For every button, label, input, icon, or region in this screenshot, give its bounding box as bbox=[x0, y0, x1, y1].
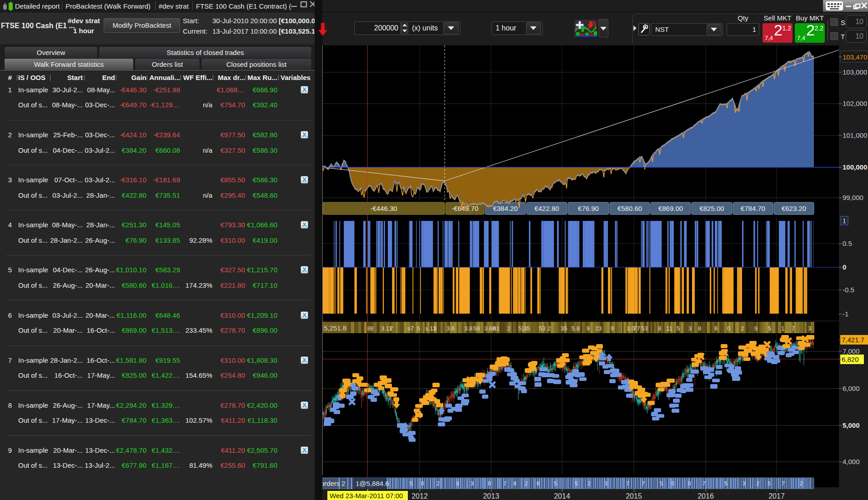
svg-text:0.5: 0.5 bbox=[843, 240, 852, 247]
svg-text:11: 11 bbox=[666, 325, 672, 332]
svg-text:€825.00: €825.00 bbox=[699, 205, 724, 212]
svg-text:61: 61 bbox=[493, 325, 499, 332]
svg-text:5: 5 bbox=[768, 480, 771, 487]
svg-text:7,000: 7,000 bbox=[843, 347, 860, 355]
svg-text:5: 5 bbox=[417, 325, 420, 332]
svg-text:6: 6 bbox=[537, 480, 540, 487]
svg-text:5: 5 bbox=[677, 325, 680, 332]
svg-text:3: 3 bbox=[688, 325, 692, 332]
svg-text:€384.20: €384.20 bbox=[493, 205, 517, 212]
svg-text:2: 2 bbox=[547, 325, 551, 332]
svg-text:4,000: 4,000 bbox=[843, 458, 860, 465]
svg-text:2015: 2015 bbox=[626, 492, 642, 500]
svg-text:7: 7 bbox=[390, 325, 393, 332]
svg-text:5: 5 bbox=[660, 480, 663, 487]
svg-text:8: 8 bbox=[658, 325, 661, 332]
svg-text:0: 0 bbox=[421, 480, 424, 487]
svg-text:3: 3 bbox=[604, 480, 607, 487]
svg-text:5,251.8: 5,251.8 bbox=[324, 324, 346, 332]
svg-text:5,000: 5,000 bbox=[843, 421, 860, 429]
svg-text:9: 9 bbox=[754, 325, 758, 332]
svg-text:99,000: 99,000 bbox=[843, 194, 863, 201]
svg-text:6,820: 6,820 bbox=[842, 355, 859, 363]
svg-text:2013: 2013 bbox=[483, 492, 499, 500]
svg-text:53: 53 bbox=[641, 325, 647, 332]
svg-text:5: 5 bbox=[410, 480, 413, 487]
svg-text:1: 1 bbox=[781, 325, 784, 332]
svg-text:5: 5 bbox=[554, 480, 557, 487]
svg-text:2: 2 bbox=[800, 480, 803, 487]
svg-text:2: 2 bbox=[341, 480, 345, 487]
svg-text:103,000: 103,000 bbox=[843, 68, 867, 76]
svg-text:6,000: 6,000 bbox=[843, 385, 860, 392]
svg-text:7: 7 bbox=[792, 325, 795, 332]
svg-text:7: 7 bbox=[782, 480, 785, 487]
svg-text:€422.80: €422.80 bbox=[534, 205, 559, 212]
svg-text:100,000: 100,000 bbox=[843, 163, 867, 171]
svg-text:7: 7 bbox=[642, 480, 645, 487]
svg-text:2: 2 bbox=[756, 480, 759, 487]
svg-text:€784.70: €784.70 bbox=[741, 205, 765, 212]
svg-text:7: 7 bbox=[626, 480, 629, 487]
svg-text:8: 8 bbox=[698, 325, 701, 332]
svg-text:-€446.30: -€446.30 bbox=[370, 205, 397, 212]
svg-text:5.8: 5.8 bbox=[572, 325, 580, 332]
svg-text:88: 88 bbox=[367, 325, 373, 332]
svg-text:102,000: 102,000 bbox=[843, 100, 867, 107]
svg-text:s7: s7 bbox=[407, 325, 414, 332]
svg-text:3: 3 bbox=[743, 480, 746, 487]
svg-text:€869.00: €869.00 bbox=[658, 205, 683, 212]
svg-text:103,470: 103,470 bbox=[843, 53, 867, 61]
svg-text:5: 5 bbox=[575, 480, 578, 487]
svg-text:3: 3 bbox=[433, 325, 437, 332]
svg-text:35: 35 bbox=[561, 325, 567, 332]
svg-text:2: 2 bbox=[587, 480, 591, 487]
svg-text:3.8: 3.8 bbox=[464, 325, 472, 332]
svg-text:1: 1 bbox=[843, 217, 846, 225]
svg-text:0: 0 bbox=[488, 480, 491, 487]
svg-text:-1: -1 bbox=[843, 310, 848, 318]
svg-text:6: 6 bbox=[714, 325, 717, 332]
svg-text:€623.20: €623.20 bbox=[782, 205, 806, 212]
svg-text:.5: .5 bbox=[525, 325, 530, 332]
svg-text:3.6: 3.6 bbox=[447, 325, 455, 332]
svg-text:8: 8 bbox=[456, 480, 459, 487]
svg-text:1@5,884.6: 1@5,884.6 bbox=[356, 480, 389, 487]
svg-text:-0.5: -0.5 bbox=[843, 286, 854, 294]
svg-text:Wed 23-Mar-2011 07:00: Wed 23-Mar-2011 07:00 bbox=[330, 492, 403, 500]
svg-text:€580.60: €580.60 bbox=[617, 205, 642, 212]
svg-text:9: 9 bbox=[611, 325, 614, 332]
svg-text:3: 3 bbox=[471, 480, 474, 487]
svg-text:59: 59 bbox=[473, 325, 480, 332]
svg-text:7: 7 bbox=[503, 480, 507, 487]
svg-text:2014: 2014 bbox=[554, 492, 570, 500]
svg-text:77: 77 bbox=[633, 325, 640, 332]
svg-text:2012: 2012 bbox=[411, 492, 428, 500]
svg-text:5: 5 bbox=[724, 480, 728, 487]
svg-text:2016: 2016 bbox=[697, 492, 714, 500]
svg-text:0: 0 bbox=[727, 325, 730, 332]
svg-text:2: 2 bbox=[437, 480, 440, 487]
svg-text:2017: 2017 bbox=[768, 492, 785, 500]
svg-text:2: 2 bbox=[525, 480, 528, 487]
svg-text:5: 5 bbox=[768, 325, 771, 332]
svg-text:53: 53 bbox=[539, 325, 545, 332]
svg-text:2: 2 bbox=[507, 325, 510, 332]
svg-text:8: 8 bbox=[513, 480, 517, 487]
svg-text:7,421.7: 7,421.7 bbox=[842, 336, 864, 344]
svg-text:0: 0 bbox=[688, 480, 691, 487]
svg-text:101,000: 101,000 bbox=[843, 131, 867, 139]
svg-text:7: 7 bbox=[702, 480, 706, 487]
svg-text:orders: orders bbox=[321, 480, 340, 487]
svg-text:3: 3 bbox=[808, 325, 811, 332]
svg-text:5: 5 bbox=[671, 480, 674, 487]
svg-text:9: 9 bbox=[587, 325, 590, 332]
svg-text:€76.90: €76.90 bbox=[578, 205, 599, 212]
svg-text:23: 23 bbox=[595, 325, 602, 332]
svg-text:0: 0 bbox=[843, 263, 846, 271]
svg-text:2: 2 bbox=[741, 325, 744, 332]
